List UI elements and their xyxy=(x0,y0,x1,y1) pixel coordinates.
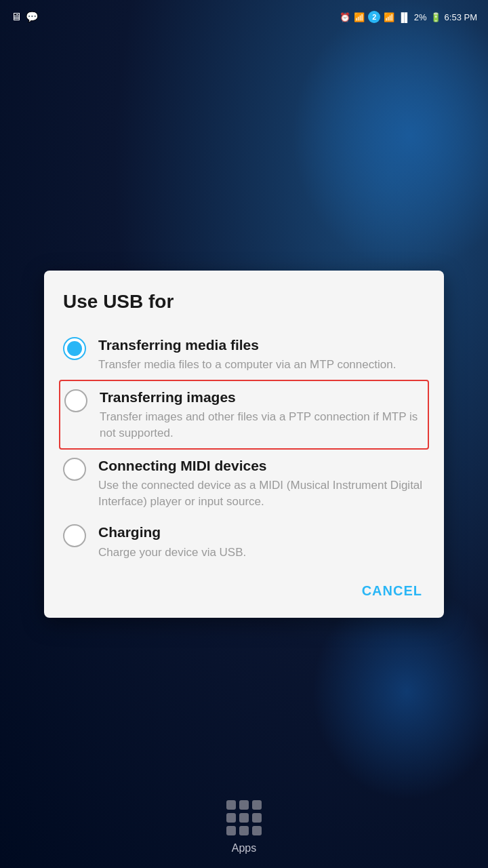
option-images[interactable]: Transferring images Transfer images and … xyxy=(59,380,429,450)
battery-icon: 🔋 xyxy=(430,12,441,22)
status-bar: 🖥 💬 ⏰ 📶 2 📶 ▐▌ 2% 🔋 6:53 PM xyxy=(0,0,488,34)
apps-dot xyxy=(226,826,236,835)
option-media[interactable]: Transferring media files Transfer media … xyxy=(63,329,425,380)
signal-icon: 📶 xyxy=(384,12,394,22)
radio-charging[interactable] xyxy=(63,524,86,547)
option-charging[interactable]: Charging Charge your device via USB. xyxy=(63,516,425,567)
apps-grid-icon xyxy=(226,800,262,835)
dialog-actions: CANCEL xyxy=(63,567,425,604)
radio-images[interactable] xyxy=(64,389,87,412)
option-charging-text: Charging Charge your device via USB. xyxy=(98,523,425,560)
dialog-title: Use USB for xyxy=(63,291,425,313)
notification-badge: 2 xyxy=(368,11,380,23)
radio-media-inner xyxy=(67,341,82,356)
radio-media[interactable] xyxy=(63,337,86,360)
clock: 6:53 PM xyxy=(445,12,477,22)
apps-dot xyxy=(239,813,249,823)
bottom-bar: Apps xyxy=(0,787,488,868)
apps-dot xyxy=(252,826,262,835)
signal-bars-icon: ▐▌ xyxy=(398,12,410,22)
option-charging-desc: Charge your device via USB. xyxy=(98,545,425,561)
option-midi-text: Connecting MIDI devices Use the connecte… xyxy=(98,456,425,510)
apps-dot xyxy=(252,800,262,810)
apps-label[interactable]: Apps xyxy=(232,842,256,854)
option-media-label: Transferring media files xyxy=(98,336,425,354)
option-media-text: Transferring media files Transfer media … xyxy=(98,336,425,373)
apps-dot xyxy=(239,800,249,810)
apps-dot xyxy=(226,800,236,810)
alarm-icon: ⏰ xyxy=(340,12,350,22)
apps-dot xyxy=(239,826,249,835)
radio-midi[interactable] xyxy=(63,458,86,481)
option-charging-label: Charging xyxy=(98,523,425,541)
battery-percent: 2% xyxy=(414,12,427,22)
apps-dot xyxy=(252,813,262,823)
option-images-label: Transferring images xyxy=(100,388,424,406)
dialog-overlay: Use USB for Transferring media files Tra… xyxy=(0,0,488,868)
option-midi-desc: Use the connected device as a MIDI (Musi… xyxy=(98,477,425,510)
option-midi-label: Connecting MIDI devices xyxy=(98,456,425,475)
option-midi[interactable]: Connecting MIDI devices Use the connecte… xyxy=(63,450,425,517)
option-images-desc: Transfer images and other files via a PT… xyxy=(100,409,424,441)
option-media-desc: Transfer media files to a computer via a… xyxy=(98,357,425,373)
option-images-text: Transferring images Transfer images and … xyxy=(100,388,424,441)
cancel-button[interactable]: CANCEL xyxy=(359,578,425,604)
status-left-icons: 🖥 💬 xyxy=(11,11,39,23)
screen-icon: 🖥 xyxy=(11,11,22,23)
chat-icon: 💬 xyxy=(26,11,39,23)
wifi-icon: 📶 xyxy=(354,12,365,22)
status-right-icons: ⏰ 📶 2 📶 ▐▌ 2% 🔋 6:53 PM xyxy=(340,11,477,23)
apps-dot xyxy=(226,813,236,823)
usb-dialog: Use USB for Transferring media files Tra… xyxy=(44,271,444,618)
